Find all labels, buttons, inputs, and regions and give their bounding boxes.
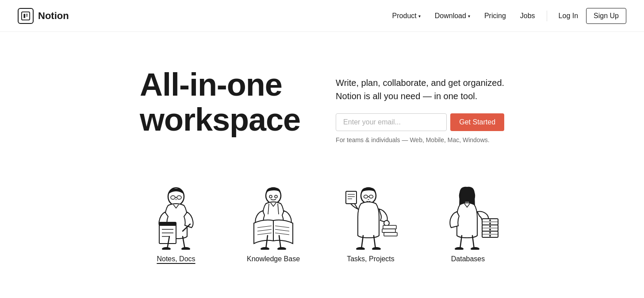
svg-point-26: [364, 195, 368, 198]
feature-tasks-projects[interactable]: Tasks, Projects: [322, 179, 419, 263]
get-started-button[interactable]: Get Started: [450, 113, 504, 131]
hero-section: All-in-one workspace Write, plan, collab…: [0, 32, 644, 170]
logo-text: Notion: [38, 10, 69, 22]
svg-point-49: [489, 229, 491, 231]
tasks-projects-illustration: [331, 179, 410, 250]
svg-point-53: [489, 235, 491, 237]
hero-title-block: All-in-one workspace: [140, 67, 300, 137]
logo-icon: [18, 8, 34, 24]
svg-point-37: [356, 247, 365, 250]
svg-rect-0: [22, 12, 30, 19]
svg-point-3: [177, 196, 181, 199]
navbar: Notion Product ▾ Download ▾ Pricing Jobs…: [0, 0, 644, 32]
hero-note: For teams & individuals — Web, Mobile, M…: [336, 136, 504, 143]
feature-label-notes-docs: Notes, Docs: [157, 255, 195, 263]
svg-point-44: [489, 220, 491, 221]
signup-button[interactable]: Sign Up: [586, 8, 626, 24]
databases-illustration: [428, 179, 508, 250]
svg-point-27: [369, 195, 373, 198]
feature-knowledge-base[interactable]: Knowledge Base: [225, 179, 322, 263]
hero-cta-block: Write, plan, collaborate, and get organi…: [336, 67, 504, 143]
notes-docs-illustration: [136, 179, 216, 250]
nav-divider: [547, 11, 547, 21]
features-row: Notes, Docs: [0, 170, 644, 263]
svg-point-40: [463, 194, 466, 197]
feature-label-tasks-projects: Tasks, Projects: [347, 255, 395, 263]
feature-databases[interactable]: Databases: [419, 179, 517, 263]
svg-point-14: [269, 195, 272, 198]
logo-link[interactable]: Notion: [18, 8, 69, 24]
feature-label-knowledge-base: Knowledge Base: [247, 255, 300, 263]
svg-point-15: [275, 195, 277, 198]
svg-point-45: [489, 223, 491, 224]
svg-point-41: [468, 194, 471, 197]
svg-point-33: [384, 221, 389, 226]
chevron-down-icon: ▾: [418, 14, 421, 19]
svg-point-54: [455, 247, 464, 250]
nav-links: Product ▾ Download ▾ Pricing Jobs Log In…: [386, 8, 626, 24]
chevron-down-icon: ▾: [468, 14, 470, 19]
svg-rect-34: [383, 225, 396, 229]
hero-title: All-in-one workspace: [140, 67, 300, 137]
nav-product[interactable]: Product ▾: [386, 8, 427, 23]
svg-point-55: [471, 247, 479, 250]
svg-point-38: [372, 247, 381, 250]
knowledge-base-illustration: [234, 179, 313, 250]
svg-point-11: [162, 247, 171, 250]
email-input[interactable]: [336, 113, 447, 131]
svg-point-24: [277, 247, 286, 250]
svg-rect-36: [384, 232, 397, 236]
hero-subtitle: Write, plan, collaborate, and get organi…: [336, 76, 504, 103]
svg-rect-29: [346, 191, 356, 204]
svg-point-23: [261, 247, 269, 250]
login-button[interactable]: Log In: [552, 8, 584, 23]
svg-point-2: [171, 196, 175, 199]
nav-jobs[interactable]: Jobs: [514, 8, 541, 23]
nav-pricing[interactable]: Pricing: [478, 8, 512, 23]
svg-point-52: [489, 232, 491, 234]
nav-auth: Log In Sign Up: [552, 8, 626, 24]
svg-point-48: [489, 226, 491, 228]
hero-email-row: Get Started: [336, 113, 504, 131]
feature-notes-docs[interactable]: Notes, Docs: [127, 179, 225, 263]
svg-point-12: [181, 247, 190, 250]
nav-download[interactable]: Download ▾: [429, 8, 476, 23]
feature-label-databases: Databases: [451, 255, 485, 263]
svg-rect-6: [159, 222, 176, 226]
svg-rect-35: [382, 229, 395, 232]
